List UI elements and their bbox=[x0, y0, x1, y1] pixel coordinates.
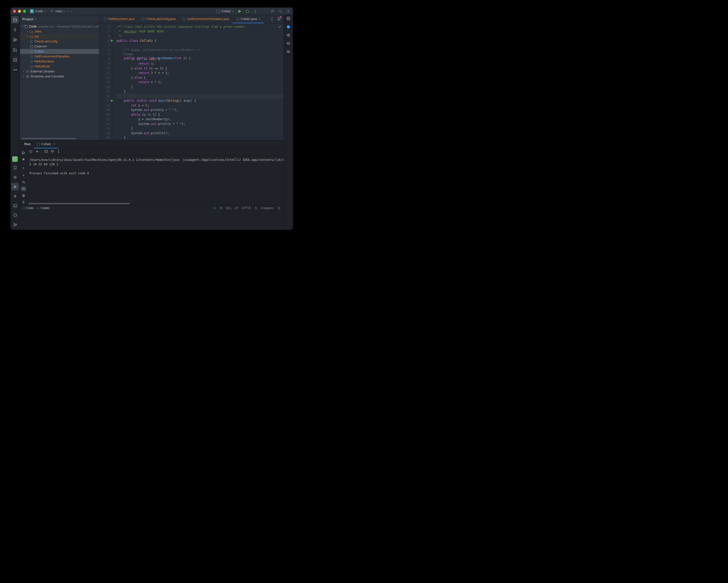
tab-more-icon[interactable] bbox=[270, 17, 274, 21]
stop-button[interactable] bbox=[21, 157, 26, 162]
console-h-scrollbar[interactable] bbox=[28, 202, 282, 205]
tree-file-helloworld[interactable]: C HelloWorld bbox=[20, 64, 99, 69]
scroll-up-button[interactable] bbox=[21, 166, 26, 171]
code-with-me-icon[interactable] bbox=[270, 9, 275, 13]
tab-label: Collatz.java bbox=[241, 17, 257, 21]
java-class-icon: C bbox=[30, 65, 33, 68]
ai-chat-icon[interactable] bbox=[286, 25, 290, 30]
inspection-ok-icon[interactable] bbox=[278, 25, 282, 29]
run-tool-button[interactable] bbox=[11, 183, 19, 190]
tree-file-collatz[interactable]: C Collatz bbox=[20, 49, 99, 54]
tab-hellonumbers[interactable]: HelloNumbers.java bbox=[100, 15, 138, 23]
gutter-run-icon[interactable] bbox=[110, 99, 113, 104]
search-icon[interactable] bbox=[279, 9, 283, 13]
project-tree[interactable]: ▾ Code sources root, ~/Desktop/CS61B/Lab… bbox=[20, 24, 99, 137]
tree-file-hellonumbers[interactable]: C HelloNumbers bbox=[20, 59, 99, 64]
java-class-icon: C bbox=[30, 60, 33, 63]
status-lock-icon[interactable] bbox=[277, 206, 281, 210]
build-tool-button[interactable] bbox=[11, 192, 19, 200]
console-output[interactable]: /Users/eve/Library/Java/JavaVirtualMachi… bbox=[27, 156, 284, 202]
right-tool-stripe bbox=[284, 15, 293, 230]
filter-icon[interactable] bbox=[51, 149, 54, 155]
close-window[interactable] bbox=[13, 10, 16, 13]
status-settings-icon[interactable] bbox=[212, 206, 216, 210]
indent-setting[interactable]: 4 spaces bbox=[261, 206, 273, 210]
problems-tool-button[interactable] bbox=[11, 211, 19, 219]
scroll-to-end-button[interactable] bbox=[21, 186, 26, 191]
readonly-icon[interactable] bbox=[254, 206, 258, 210]
run-panel-title[interactable]: Run bbox=[22, 140, 34, 148]
tree-h-scrollbar[interactable] bbox=[22, 137, 98, 140]
bookmarks-tool-button[interactable] bbox=[11, 164, 19, 171]
copilot-icon[interactable] bbox=[286, 41, 290, 47]
tree-file-checklabconfig[interactable]: C CheckLabConfig bbox=[20, 39, 99, 44]
project-panel-header[interactable]: Project ▾ bbox=[20, 15, 99, 24]
layout-icon[interactable] bbox=[44, 149, 48, 155]
editor-gutter[interactable]: 1234567891011121314151617181920212223242… bbox=[99, 24, 112, 140]
tree-folder-out[interactable]: ▸ out bbox=[20, 34, 99, 39]
file-encoding[interactable]: UTF-8 bbox=[242, 206, 250, 210]
services-tool-button[interactable] bbox=[11, 56, 19, 63]
svg-rect-34 bbox=[30, 45, 33, 48]
run-config-tab[interactable]: Collatz × bbox=[34, 140, 58, 148]
print-button[interactable] bbox=[21, 193, 26, 198]
more-tools-button[interactable] bbox=[11, 66, 19, 74]
vcs-branch[interactable]: main ↙ ✓ ▾ bbox=[50, 9, 72, 13]
tree-folder-idea[interactable]: ▸ .idea bbox=[20, 29, 99, 34]
terminal-tool-button[interactable] bbox=[11, 202, 19, 209]
caret-position[interactable]: 16:1 bbox=[226, 206, 231, 210]
rerun-icon[interactable] bbox=[29, 149, 33, 155]
breadcrumb[interactable]: Code › Collatz bbox=[23, 206, 50, 210]
svg-point-60 bbox=[287, 17, 290, 18]
tree-root[interactable]: ▾ Code sources root, ~/Desktop/CS61B/Lab… bbox=[20, 24, 99, 29]
run-button[interactable] bbox=[237, 9, 241, 13]
close-tab-icon[interactable]: × bbox=[258, 17, 260, 21]
structure-tool-button[interactable] bbox=[11, 36, 19, 44]
python-console-icon[interactable] bbox=[12, 156, 18, 162]
ai-assistant-icon[interactable] bbox=[286, 33, 290, 38]
commit-tool-button[interactable] bbox=[11, 26, 19, 33]
tree-file-getenv[interactable]: C GetEnvironmentVariables bbox=[20, 54, 99, 59]
svg-rect-17 bbox=[14, 58, 15, 59]
database-tool-icon[interactable] bbox=[286, 17, 290, 22]
tree-file-code-iml[interactable]: Code.iml bbox=[20, 44, 99, 49]
tree-external-libraries[interactable]: ▸ External Libraries bbox=[20, 69, 99, 74]
svg-point-16 bbox=[16, 50, 17, 51]
svg-point-65 bbox=[287, 43, 288, 44]
debug-tool-button[interactable] bbox=[11, 173, 19, 181]
project-badge: C bbox=[30, 9, 34, 13]
branch-name: main bbox=[55, 9, 62, 13]
more-actions-icon[interactable] bbox=[254, 9, 258, 13]
tab-checklabconfig[interactable]: CheckLabConfig.java bbox=[138, 15, 179, 23]
zoom-window[interactable] bbox=[23, 10, 26, 13]
collaborate-icon[interactable] bbox=[286, 50, 290, 55]
project-tool-button[interactable] bbox=[11, 16, 19, 24]
pull-requests-tool-button[interactable] bbox=[11, 46, 19, 53]
settings-icon[interactable] bbox=[286, 9, 290, 13]
editor-tabs: HelloNumbers.java CheckLabConfig.java Ge… bbox=[99, 15, 284, 24]
run-config-selector[interactable]: Collatz ▾ bbox=[216, 9, 233, 13]
notifications-icon[interactable] bbox=[277, 17, 281, 22]
svg-point-23 bbox=[16, 70, 17, 70]
stop-icon[interactable] bbox=[35, 149, 39, 155]
tab-collatz[interactable]: Collatz.java× bbox=[233, 15, 264, 23]
close-tab-icon[interactable]: × bbox=[54, 142, 56, 146]
more-icon[interactable] bbox=[57, 149, 60, 155]
line-separator[interactable]: LF bbox=[235, 206, 238, 210]
svg-rect-47 bbox=[23, 158, 24, 160]
clear-button[interactable] bbox=[21, 200, 26, 205]
power-save-icon[interactable]: V bbox=[220, 206, 222, 210]
scroll-down-button[interactable] bbox=[21, 173, 26, 177]
soft-wrap-button[interactable] bbox=[21, 179, 26, 184]
minimize-window[interactable] bbox=[18, 10, 21, 13]
run-side-toolbar bbox=[20, 149, 27, 205]
rerun-button[interactable] bbox=[21, 150, 26, 155]
tree-scratches[interactable]: ▸ Scratches and Consoles bbox=[20, 74, 99, 79]
git-tool-button[interactable] bbox=[11, 221, 19, 228]
svg-point-66 bbox=[288, 43, 289, 44]
code-editor[interactable]: /** Class that prints the Collatz sequen… bbox=[112, 24, 284, 140]
project-selector[interactable]: C Code ▾ bbox=[30, 9, 46, 13]
gutter-run-icon[interactable] bbox=[110, 39, 113, 44]
tab-getenv[interactable]: GetEnvironmentVariables.java bbox=[179, 15, 233, 23]
debug-button[interactable] bbox=[245, 9, 250, 13]
